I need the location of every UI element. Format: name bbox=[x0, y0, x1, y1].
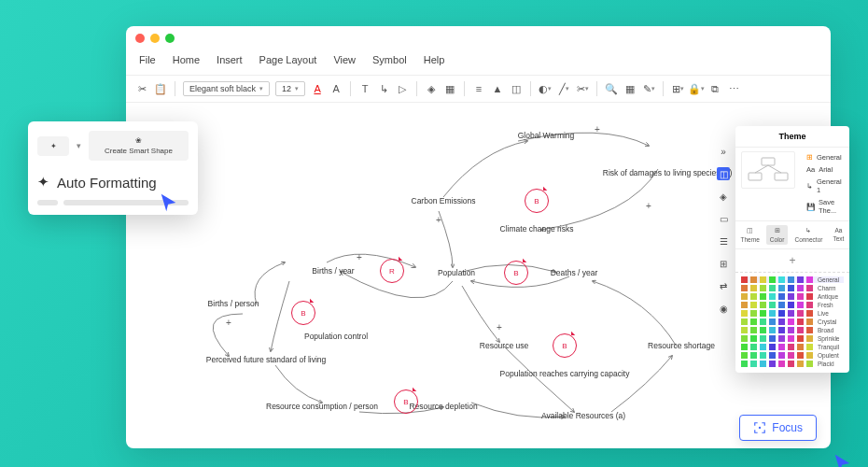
crop-icon[interactable]: ✂▾ bbox=[576, 82, 589, 95]
menu-insert[interactable]: Insert bbox=[217, 54, 243, 65]
sparkle-button[interactable]: ✦ bbox=[37, 136, 69, 156]
palette-general[interactable]: General bbox=[741, 276, 844, 283]
more-icon[interactable]: ⋯ bbox=[727, 82, 740, 95]
node-births-person[interactable]: Births / person bbox=[208, 299, 259, 308]
layers-side-icon[interactable]: ◈ bbox=[717, 190, 730, 203]
swap-icon[interactable]: ⇄ bbox=[717, 279, 730, 292]
slider-handle[interactable] bbox=[37, 200, 58, 205]
cut-icon[interactable]: ✂ bbox=[135, 82, 148, 95]
auto-formatting-button[interactable]: ✦ Auto Formatting bbox=[37, 174, 189, 191]
layers-icon[interactable]: ◈ bbox=[425, 82, 438, 95]
node-births-year[interactable]: Births / year bbox=[312, 266, 354, 276]
font-color-icon[interactable]: A bbox=[311, 82, 324, 95]
node-depletion[interactable]: Resource depletion bbox=[409, 402, 477, 411]
svg-rect-0 bbox=[762, 158, 775, 165]
palette-live[interactable]: Live bbox=[741, 310, 844, 317]
theme-preview[interactable] bbox=[741, 151, 795, 189]
palette-tranquil[interactable]: Tranquil bbox=[741, 344, 844, 350]
palette-antique[interactable]: Antique bbox=[741, 293, 844, 300]
theme-opt-general[interactable]: ⊞General bbox=[806, 153, 844, 162]
plus-marker: + bbox=[226, 318, 231, 328]
loop-b-depletion[interactable]: B bbox=[394, 389, 418, 414]
maximize-icon[interactable] bbox=[165, 34, 175, 43]
plus-marker: + bbox=[436, 215, 441, 225]
menu-home[interactable]: Home bbox=[173, 54, 200, 65]
font-size-select[interactable]: 12▾ bbox=[275, 81, 305, 96]
font-style-icon[interactable]: A bbox=[329, 82, 343, 95]
loop-r[interactable]: R bbox=[380, 259, 404, 283]
menu-file[interactable]: File bbox=[139, 54, 156, 65]
loop-b-climate[interactable]: B bbox=[525, 189, 549, 213]
font-select[interactable]: Elegant soft black▾ bbox=[183, 81, 270, 96]
view-icon[interactable]: ◉ bbox=[717, 302, 730, 315]
node-consumption[interactable]: Resource consumption / person bbox=[266, 402, 378, 411]
svg-line-4 bbox=[768, 165, 781, 173]
palette-placid[interactable]: Placid bbox=[741, 361, 844, 367]
menu-view[interactable]: View bbox=[333, 54, 356, 65]
close-icon[interactable] bbox=[135, 34, 145, 43]
lock-icon[interactable]: 🔒▾ bbox=[690, 82, 703, 95]
list-icon[interactable]: ☰ bbox=[717, 234, 730, 248]
svg-line-3 bbox=[755, 165, 768, 173]
expand-icon[interactable]: » bbox=[717, 145, 730, 158]
node-resource-use[interactable]: Resource use bbox=[480, 341, 528, 350]
theme-icon[interactable]: ◫ bbox=[717, 167, 730, 180]
shape-icon[interactable]: ▲ bbox=[491, 82, 504, 95]
menu-help[interactable]: Help bbox=[424, 54, 445, 65]
table-icon[interactable]: ▦ bbox=[623, 82, 637, 95]
node-population[interactable]: Population bbox=[438, 268, 475, 277]
tab-color[interactable]: ⊞Color bbox=[766, 225, 789, 245]
add-theme-button[interactable]: + bbox=[735, 249, 849, 273]
theme-opt-save[interactable]: 💾Save The... bbox=[806, 198, 844, 215]
arrange-icon[interactable]: ⊞ bbox=[717, 257, 730, 270]
palette-fresh[interactable]: Fresh bbox=[741, 302, 844, 308]
loop-b-control[interactable]: B bbox=[291, 301, 315, 325]
theme-tabs: ◫Theme ⊞Color ↳Connector AaText bbox=[735, 220, 849, 249]
node-global-warming[interactable]: Global Warming bbox=[518, 131, 575, 140]
palette-sprinkle[interactable]: Sprinkle bbox=[741, 335, 844, 342]
pointer-icon[interactable]: ▷ bbox=[396, 82, 409, 95]
minimize-icon[interactable] bbox=[150, 34, 160, 43]
tab-theme[interactable]: ◫Theme bbox=[737, 225, 763, 245]
node-risk-damages[interactable]: Risk of damages to living species (b) bbox=[603, 168, 732, 177]
palette-charm[interactable]: Charm bbox=[741, 285, 844, 291]
grid-icon[interactable]: ▦ bbox=[443, 82, 456, 95]
tab-text[interactable]: AaText bbox=[830, 225, 848, 245]
search-icon[interactable]: 🔍 bbox=[605, 82, 618, 95]
connector-icon[interactable]: ↳ bbox=[377, 82, 390, 95]
node-carbon-emissions[interactable]: Carbon Emissions bbox=[412, 196, 476, 205]
node-deaths-year[interactable]: Deaths / year bbox=[551, 268, 598, 277]
auto-format-popup: ✦ ▾ ❀ Create Smart Shape ✦ Auto Formatti… bbox=[28, 121, 198, 215]
svg-rect-1 bbox=[749, 173, 762, 180]
menu-page-layout[interactable]: Page Layout bbox=[259, 54, 317, 65]
menu-symbol[interactable]: Symbol bbox=[372, 54, 407, 65]
pen-icon[interactable]: ✎▾ bbox=[642, 82, 655, 95]
group-icon[interactable]: ⊞▾ bbox=[671, 82, 684, 95]
node-resource-shortage[interactable]: Resource shortage bbox=[648, 341, 715, 350]
text-tool-icon[interactable]: T bbox=[358, 82, 371, 95]
line-icon[interactable]: ╱▾ bbox=[557, 82, 570, 95]
focus-button[interactable]: Focus bbox=[739, 415, 817, 441]
page-icon[interactable]: ▭ bbox=[717, 212, 730, 225]
node-carrying[interactable]: Population reaches carrying capacity bbox=[500, 369, 630, 378]
tab-connector[interactable]: ↳Connector bbox=[791, 225, 826, 245]
palette-crystal[interactable]: Crystal bbox=[741, 318, 844, 325]
align-left-icon[interactable]: ≡ bbox=[472, 82, 485, 95]
plus-marker: + bbox=[497, 322, 502, 333]
duplicate-icon[interactable]: ⧉ bbox=[708, 82, 721, 95]
node-population-control[interactable]: Population control bbox=[304, 332, 368, 341]
theme-opt-arial[interactable]: AaArial bbox=[806, 165, 844, 174]
loop-b-capacity[interactable]: B bbox=[553, 333, 577, 358]
fill-icon[interactable]: ◐▾ bbox=[539, 82, 552, 95]
node-available[interactable]: Available Resources (a) bbox=[541, 411, 625, 420]
palette-opulent[interactable]: Opulent bbox=[741, 352, 844, 359]
node-perceived[interactable]: Perceived future standard of living bbox=[206, 355, 327, 364]
loop-b-pop[interactable]: B bbox=[504, 261, 528, 285]
palette-broad[interactable]: Broad bbox=[741, 327, 844, 333]
theme-opt-general1[interactable]: ↳General 1 bbox=[806, 177, 844, 194]
ruler-icon[interactable]: ◫ bbox=[510, 82, 523, 95]
node-climate-risks[interactable]: Climate change risks bbox=[500, 224, 574, 234]
plus-marker: + bbox=[595, 124, 600, 134]
paste-icon[interactable]: 📋 bbox=[154, 82, 167, 95]
create-smart-shape-button[interactable]: ❀ Create Smart Shape bbox=[89, 131, 189, 161]
